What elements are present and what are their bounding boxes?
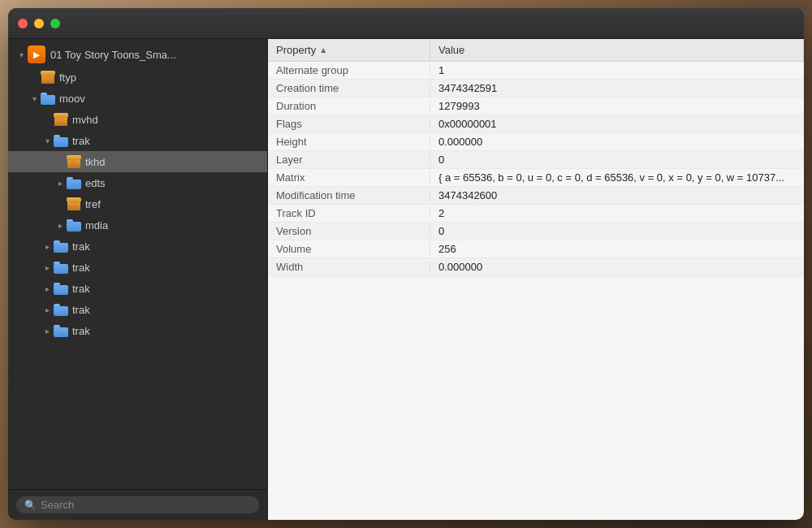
- col-property-label: Property: [276, 44, 316, 56]
- prop-name: Width: [268, 261, 430, 273]
- ftyp-label: ftyp: [59, 71, 76, 84]
- box-icon: [67, 154, 81, 169]
- table-row[interactable]: Matrix{ a = 65536, b = 0, u = 0, c = 0, …: [268, 169, 804, 187]
- table-row[interactable]: Duration1279993: [268, 97, 804, 115]
- maximize-button[interactable]: [50, 19, 60, 28]
- chevron-icon: [41, 240, 54, 253]
- vlc-icon: ▶: [28, 45, 45, 63]
- folder-icon: [54, 133, 68, 148]
- prop-name: Layer: [268, 154, 430, 166]
- properties-table: Alternate group1Creation time3474342591D…: [268, 62, 804, 520]
- minimize-button[interactable]: [34, 19, 44, 28]
- content-area: ▶ 01 Toy Story Toons_Sma... ftyp: [8, 39, 804, 520]
- mdia-label: mdia: [85, 219, 108, 232]
- traffic-lights: [18, 19, 60, 28]
- folder-icon: [54, 302, 68, 317]
- prop-value: 3474342591: [430, 82, 804, 94]
- folder-icon: [54, 239, 68, 253]
- table-row[interactable]: Height0.000000: [268, 133, 804, 151]
- table-row[interactable]: Width0.000000: [268, 258, 804, 276]
- chevron-icon: [41, 261, 54, 274]
- prop-value: 1279993: [430, 100, 804, 112]
- box-icon: [67, 197, 81, 211]
- prop-value: 0.000000: [430, 261, 804, 273]
- prop-name: Volume: [268, 243, 430, 255]
- tree-item-trak4[interactable]: trak: [8, 278, 267, 299]
- trak5-label: trak: [72, 304, 90, 316]
- chevron-icon: [28, 92, 41, 105]
- folder-icon: [54, 323, 68, 338]
- prop-name: Modification time: [268, 189, 430, 201]
- trak-label: trak: [72, 135, 90, 147]
- close-button[interactable]: [18, 19, 28, 28]
- col-value-header: Value: [430, 39, 804, 61]
- prop-name: Height: [268, 136, 430, 148]
- table-row[interactable]: Volume256: [268, 240, 804, 258]
- tkhd-label: tkhd: [85, 156, 106, 168]
- tree-item-trak2[interactable]: trak: [8, 236, 267, 257]
- tree-item-trak5[interactable]: trak: [8, 299, 267, 320]
- chevron-placeholder: [54, 155, 67, 168]
- trak6-label: trak: [72, 325, 90, 337]
- edts-label: edts: [85, 177, 106, 189]
- prop-value: 2: [430, 207, 804, 219]
- box-icon: [54, 112, 68, 127]
- prop-name: Track ID: [268, 207, 430, 219]
- prop-value: 0.000000: [430, 136, 804, 148]
- col-value-label: Value: [438, 44, 464, 56]
- tree-item-mdia[interactable]: mdia: [8, 214, 267, 236]
- table-row[interactable]: Layer0: [268, 151, 804, 169]
- prop-value: { a = 65536, b = 0, u = 0, c = 0, d = 65…: [430, 171, 804, 184]
- table-row[interactable]: Version0: [268, 223, 804, 240]
- col-property-header: Property ▲: [268, 39, 430, 61]
- prop-name: Version: [268, 225, 430, 237]
- search-wrapper: 🔍: [16, 496, 259, 513]
- folder-icon: [54, 260, 68, 275]
- properties-panel: Property ▲ Value Alternate group1Creatio…: [268, 39, 804, 520]
- chevron-icon: [41, 282, 54, 295]
- root-label: 01 Toy Story Toons_Sma...: [50, 49, 176, 61]
- tree-item-trak[interactable]: trak: [8, 130, 267, 151]
- titlebar: [8, 8, 804, 39]
- search-bar: 🔍: [8, 489, 267, 520]
- tree-item-ftyp[interactable]: ftyp: [8, 67, 267, 88]
- table-row[interactable]: Track ID2: [268, 205, 804, 223]
- folder-icon: [54, 281, 68, 296]
- sort-arrow-icon: ▲: [319, 45, 327, 54]
- table-row[interactable]: Flags0x00000001: [268, 115, 804, 133]
- chevron-icon: [54, 176, 67, 189]
- mvhd-label: mvhd: [72, 114, 98, 126]
- search-input[interactable]: [41, 499, 251, 511]
- tree-item-tkhd[interactable]: tkhd: [8, 151, 267, 172]
- tree-item-tref[interactable]: tref: [8, 193, 267, 214]
- chevron-icon: [41, 324, 54, 337]
- tree-item-trak6[interactable]: trak: [8, 320, 267, 341]
- prop-name: Duration: [268, 100, 430, 112]
- properties-header: Property ▲ Value: [268, 39, 804, 62]
- folder-icon: [67, 175, 81, 190]
- trak4-label: trak: [72, 283, 90, 295]
- prop-name: Alternate group: [268, 64, 430, 76]
- trak3-label: trak: [72, 262, 90, 274]
- prop-value: 256: [430, 243, 804, 255]
- chevron-icon: [41, 303, 54, 316]
- prop-value: 3474342600: [430, 189, 804, 201]
- table-row[interactable]: Alternate group1: [268, 62, 804, 80]
- tree-item-trak3[interactable]: trak: [8, 257, 267, 278]
- tree-item-moov[interactable]: moov: [8, 88, 267, 109]
- sidebar: ▶ 01 Toy Story Toons_Sma... ftyp: [8, 39, 268, 520]
- tree-item-edts[interactable]: edts: [8, 172, 267, 193]
- tree-item-root[interactable]: ▶ 01 Toy Story Toons_Sma...: [8, 42, 267, 67]
- prop-name: Flags: [268, 118, 430, 130]
- prop-name: Matrix: [268, 171, 430, 184]
- box-icon: [41, 70, 55, 84]
- tree-item-mvhd[interactable]: mvhd: [8, 109, 267, 130]
- table-row[interactable]: Creation time3474342591: [268, 80, 804, 97]
- table-row[interactable]: Modification time3474342600: [268, 187, 804, 205]
- tref-label: tref: [85, 198, 101, 210]
- chevron-icon: [54, 219, 67, 232]
- chevron-icon: [41, 134, 54, 147]
- tree-container[interactable]: ▶ 01 Toy Story Toons_Sma... ftyp: [8, 39, 267, 489]
- folder-icon: [41, 91, 55, 106]
- moov-label: moov: [59, 93, 85, 105]
